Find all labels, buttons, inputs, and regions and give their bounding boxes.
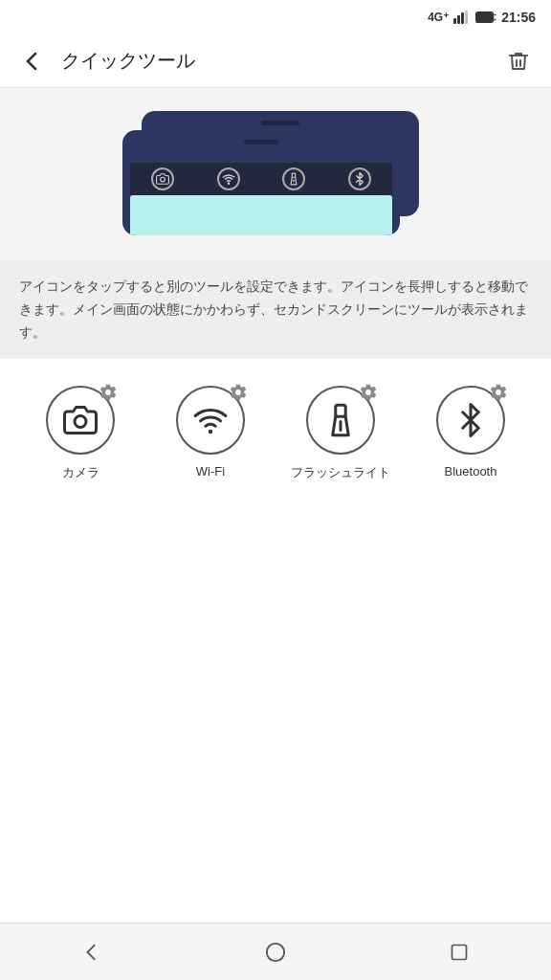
description-box: アイコンをタップすると別のツールを設定できます。アイコンを長押しすると移動できま… — [0, 260, 551, 359]
phone-front-notch — [244, 140, 278, 145]
flashlight-label: フラッシュライト — [291, 464, 390, 481]
svg-rect-10 — [293, 173, 297, 177]
phone-back-notch — [261, 121, 299, 125]
svg-point-12 — [75, 416, 86, 428]
svg-rect-14 — [336, 406, 346, 417]
battery-icon — [475, 11, 496, 23]
svg-point-9 — [228, 183, 229, 184]
time-display: 21:56 — [501, 10, 536, 25]
toolbar-flashlight-icon — [282, 167, 305, 190]
wifi-gear-badge — [228, 382, 249, 403]
phone-screen — [130, 195, 392, 235]
tools-grid: カメラ Wi-Fi — [15, 386, 536, 481]
flashlight-icon-wrapper — [306, 386, 375, 455]
tool-item-camera[interactable]: カメラ — [28, 386, 133, 481]
recents-nav-button[interactable] — [430, 931, 488, 973]
tool-item-flashlight[interactable]: フラッシュライト — [288, 386, 393, 481]
tool-item-bluetooth[interactable]: Bluetooth — [418, 386, 523, 481]
svg-point-13 — [209, 430, 213, 434]
bluetooth-label: Bluetooth — [445, 464, 497, 479]
signal-icon — [453, 11, 471, 24]
home-nav-button[interactable] — [247, 931, 304, 973]
svg-rect-0 — [453, 18, 456, 24]
description-text: アイコンをタップすると別のツールを設定できます。アイコンを長押しすると移動できま… — [19, 278, 528, 340]
toolbar-camera-icon — [151, 167, 174, 190]
svg-rect-17 — [452, 945, 467, 959]
app-bar: クイックツール — [0, 34, 551, 88]
tool-item-wifi[interactable]: Wi-Fi — [158, 386, 263, 481]
camera-gear-badge — [98, 382, 119, 403]
svg-rect-5 — [477, 13, 493, 22]
bluetooth-icon-wrapper — [436, 386, 505, 455]
camera-icon-wrapper — [46, 386, 115, 455]
trash-button[interactable] — [501, 44, 536, 78]
nav-bar — [0, 923, 551, 980]
device-illustration — [0, 88, 551, 260]
status-icons: 4G⁺ 21:56 — [428, 10, 536, 25]
camera-label: カメラ — [62, 464, 99, 481]
wifi-icon-wrapper — [176, 386, 245, 455]
back-nav-button[interactable] — [63, 931, 121, 973]
wifi-label: Wi-Fi — [196, 464, 225, 479]
bluetooth-gear-badge — [488, 382, 509, 403]
phone-mock — [122, 111, 429, 245]
toolbar-bluetooth-icon — [348, 167, 371, 190]
tools-section: カメラ Wi-Fi — [0, 359, 551, 923]
svg-rect-1 — [457, 15, 460, 24]
network-icon: 4G⁺ — [428, 11, 449, 24]
status-bar: 4G⁺ 21:56 — [0, 0, 551, 34]
toolbar-wifi-icon — [217, 167, 240, 190]
phone-front — [122, 130, 400, 235]
flashlight-gear-badge — [358, 382, 379, 403]
back-button[interactable] — [15, 44, 50, 78]
svg-rect-2 — [461, 12, 464, 24]
page-title: クイックツール — [61, 48, 501, 74]
svg-point-8 — [161, 177, 165, 182]
svg-rect-3 — [465, 11, 468, 24]
svg-point-16 — [267, 943, 284, 960]
phone-toolbar — [130, 163, 392, 195]
